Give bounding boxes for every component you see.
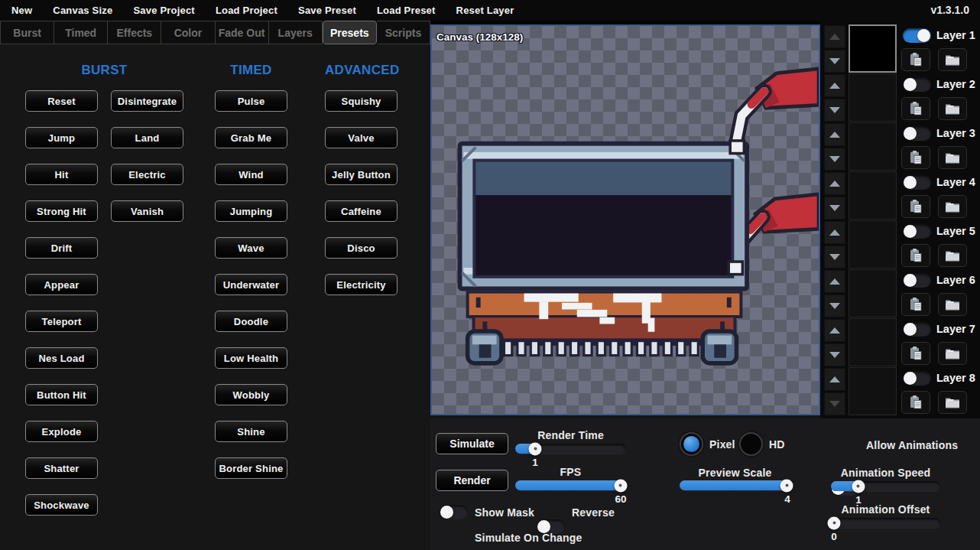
layer-visibility-toggle[interactable] (903, 175, 931, 190)
layer-thumbnail[interactable] (849, 171, 897, 220)
preset-button-electricity[interactable]: Electricity (325, 274, 398, 295)
preset-button-doodle[interactable]: Doodle (215, 311, 287, 332)
preview-scale-slider[interactable] (680, 480, 791, 490)
load-layer-button[interactable] (938, 293, 967, 316)
layer-down-button[interactable] (824, 246, 845, 268)
preset-button-electric[interactable]: Electric (111, 164, 183, 185)
load-layer-button[interactable] (938, 146, 967, 169)
animation-offset-slider[interactable] (831, 518, 940, 528)
tab-timed[interactable]: Timed (54, 21, 108, 44)
preset-button-explode[interactable]: Explode (25, 421, 98, 442)
layer-up-button[interactable] (824, 221, 845, 244)
layer-visibility-toggle[interactable] (903, 273, 931, 288)
load-layer-button[interactable] (938, 342, 967, 365)
preset-button-vanish[interactable]: Vanish (111, 200, 183, 222)
layer-up-button[interactable] (824, 319, 845, 342)
tab-fade-out[interactable]: Fade Out (216, 21, 269, 44)
layer-thumbnail[interactable] (849, 24, 897, 73)
load-layer-button[interactable] (938, 97, 967, 120)
preset-button-wave[interactable]: Wave (215, 237, 287, 259)
layer-down-button[interactable] (824, 343, 845, 366)
layer-up-button[interactable] (824, 270, 845, 293)
preset-button-jelly-button[interactable]: Jelly Button (325, 164, 398, 185)
layer-up-button[interactable] (824, 74, 845, 97)
slider-track[interactable] (831, 518, 940, 528)
paste-layer-button[interactable] (901, 293, 930, 316)
tab-scripts[interactable]: Scripts (377, 21, 430, 44)
preset-button-underwater[interactable]: Underwater (215, 274, 287, 295)
preset-button-jumping[interactable]: Jumping (215, 200, 287, 222)
preset-button-disco[interactable]: Disco (325, 237, 398, 259)
animation-speed-slider[interactable] (831, 481, 940, 491)
layer-visibility-toggle[interactable] (903, 77, 931, 92)
preset-button-shine[interactable]: Shine (215, 421, 287, 442)
preset-button-valve[interactable]: Valve (325, 127, 398, 148)
tab-presets[interactable]: Presets (323, 21, 377, 44)
load-layer-button[interactable] (938, 391, 967, 414)
preset-button-pulse[interactable]: Pulse (215, 90, 287, 112)
menu-item-reset-layer[interactable]: Reset Layer (456, 5, 514, 16)
load-layer-button[interactable] (938, 244, 967, 267)
preset-button-border-shine[interactable]: Border Shine (215, 457, 287, 479)
preset-button-nes-load[interactable]: Nes Load (25, 347, 98, 369)
layer-thumbnail[interactable] (849, 318, 897, 366)
layer-thumbnail[interactable] (849, 367, 897, 415)
preset-button-squishy[interactable]: Squishy (325, 90, 398, 112)
layer-down-button[interactable] (824, 197, 845, 220)
paste-layer-button[interactable] (901, 391, 930, 414)
preset-button-grab-me[interactable]: Grab Me (215, 127, 287, 148)
preset-button-land[interactable]: Land (111, 127, 183, 148)
fps-slider[interactable] (515, 480, 626, 490)
show-mask-toggle[interactable] (440, 505, 468, 519)
layer-thumbnail[interactable] (849, 73, 897, 122)
layer-thumbnail[interactable] (849, 220, 897, 268)
layer-visibility-toggle[interactable] (903, 126, 931, 141)
paste-layer-button[interactable] (901, 48, 930, 71)
simulate-button[interactable]: Simulate (436, 433, 508, 454)
preset-button-strong-hit[interactable]: Strong Hit (25, 200, 98, 222)
tab-effects[interactable]: Effects (108, 21, 161, 44)
menu-item-save-project[interactable]: Save Project (133, 5, 194, 16)
layer-up-button[interactable] (824, 368, 845, 391)
layer-visibility-toggle[interactable] (903, 371, 931, 386)
menu-item-new[interactable]: New (11, 5, 32, 16)
preset-button-disintegrate[interactable]: Disintegrate (111, 90, 183, 112)
preset-button-appear[interactable]: Appear (25, 274, 98, 295)
layer-up-button[interactable] (824, 123, 845, 146)
hd-radio[interactable] (739, 432, 763, 456)
preset-button-caffeine[interactable]: Caffeine (325, 200, 398, 222)
preset-button-reset[interactable]: Reset (25, 90, 98, 112)
slider-thumb[interactable] (614, 479, 627, 492)
tab-color[interactable]: Color (161, 21, 215, 44)
layer-thumbnail[interactable] (849, 122, 897, 171)
slider-thumb[interactable] (780, 479, 793, 492)
preset-button-button-hit[interactable]: Button Hit (25, 384, 98, 405)
preset-button-drift[interactable]: Drift (25, 237, 98, 259)
preset-button-wobbly[interactable]: Wobbly (215, 384, 287, 405)
slider-thumb[interactable] (828, 516, 841, 529)
slider-thumb[interactable] (852, 480, 865, 493)
render-button[interactable]: Render (436, 470, 508, 491)
load-layer-button[interactable] (938, 195, 967, 218)
layer-visibility-toggle[interactable] (903, 224, 931, 239)
layer-down-button[interactable] (824, 99, 845, 122)
preset-button-low-health[interactable]: Low Health (215, 347, 287, 369)
menu-item-load-preset[interactable]: Load Preset (377, 5, 436, 16)
paste-layer-button[interactable] (901, 146, 930, 169)
menu-item-save-preset[interactable]: Save Preset (298, 5, 356, 16)
paste-layer-button[interactable] (901, 195, 930, 218)
tab-layers[interactable]: Layers (269, 21, 323, 44)
preset-button-shatter[interactable]: Shatter (25, 457, 98, 479)
preset-button-hit[interactable]: Hit (25, 164, 98, 185)
layer-thumbnail[interactable] (849, 269, 897, 317)
tab-burst[interactable]: Burst (0, 21, 54, 44)
pixel-radio[interactable] (680, 432, 703, 456)
paste-layer-button[interactable] (901, 342, 930, 365)
layer-down-button[interactable] (824, 295, 845, 317)
render-time-slider[interactable] (515, 444, 626, 454)
layer-up-button[interactable] (824, 172, 845, 195)
paste-layer-button[interactable] (901, 244, 930, 267)
paste-layer-button[interactable] (901, 97, 930, 120)
layer-down-button[interactable] (824, 50, 845, 73)
menu-item-load-project[interactable]: Load Project (216, 5, 277, 16)
